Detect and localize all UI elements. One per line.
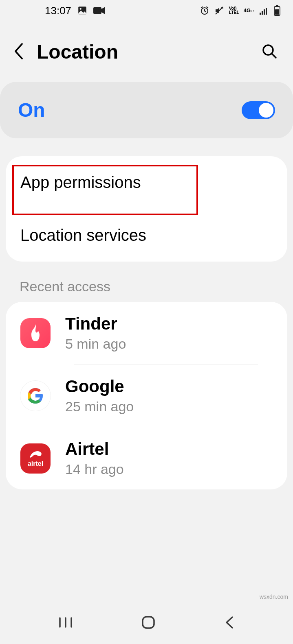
svg-rect-6 [262,11,263,15]
svg-rect-11 [275,9,279,15]
airtel-icon: airtel [20,443,51,474]
tinder-icon [20,318,51,348]
watermark: wsxdn.com [260,594,288,600]
setting-app-permissions[interactable]: App permissions [6,156,287,209]
svg-rect-7 [264,9,265,15]
app-time: 5 min ago [65,336,126,352]
location-toggle-card[interactable]: On [0,82,293,138]
status-left: 13:07 [45,4,106,17]
nav-home-icon[interactable] [141,615,156,632]
page-title: Location [37,41,118,63]
recent-item-tinder[interactable]: Tinder 5 min ago [6,302,287,364]
app-name: Tinder [65,314,126,334]
setting-location-services[interactable]: Location services [20,209,273,262]
svg-line-13 [272,54,276,58]
back-icon[interactable] [13,42,24,62]
mute-vibrate-icon [214,6,224,15]
status-bar: 13:07 Vo))LTE1 4G↓↑ [0,0,293,21]
svg-rect-5 [260,13,261,15]
signal-icon [260,7,269,15]
app-time: 14 hr ago [65,461,124,477]
app-text: Tinder 5 min ago [65,314,126,352]
recent-item-google[interactable]: Google 25 min ago [6,365,287,427]
picture-icon [77,5,88,16]
svg-point-1 [80,8,82,10]
google-icon [20,381,51,411]
svg-rect-2 [93,7,101,14]
alarm-icon [200,6,209,15]
svg-rect-17 [143,617,154,628]
setting-label: App permissions [20,173,141,191]
battery-icon [273,5,281,16]
toggle-knob [259,103,273,118]
video-icon [93,6,106,15]
toggle-switch[interactable] [242,101,275,119]
setting-label: Location services [20,226,146,244]
svg-rect-8 [266,8,267,15]
status-right: Vo))LTE1 4G↓↑ [200,5,281,16]
status-time: 13:07 [45,4,71,17]
header-left: Location [13,41,118,63]
recent-access-label: Recent access [20,279,293,295]
search-icon[interactable] [261,43,278,61]
app-text: Google 25 min ago [65,377,134,415]
recent-item-airtel[interactable]: airtel Airtel 14 hr ago [6,427,287,489]
nav-recents-icon[interactable] [58,616,73,630]
volte-icon: Vo))LTE1 [229,7,239,15]
app-name: Airtel [65,439,124,459]
nav-bar [0,603,293,644]
recent-access-card: Tinder 5 min ago Google 25 min ago airte… [6,302,287,489]
settings-card: App permissions Location services [6,156,287,262]
page-header: Location [0,21,293,79]
toggle-label: On [18,99,45,121]
nav-back-icon[interactable] [224,615,235,632]
app-time: 25 min ago [65,399,134,415]
app-text: Airtel 14 hr ago [65,439,124,477]
app-name: Google [65,377,134,396]
network-4g-icon: 4G↓↑ [244,8,255,13]
